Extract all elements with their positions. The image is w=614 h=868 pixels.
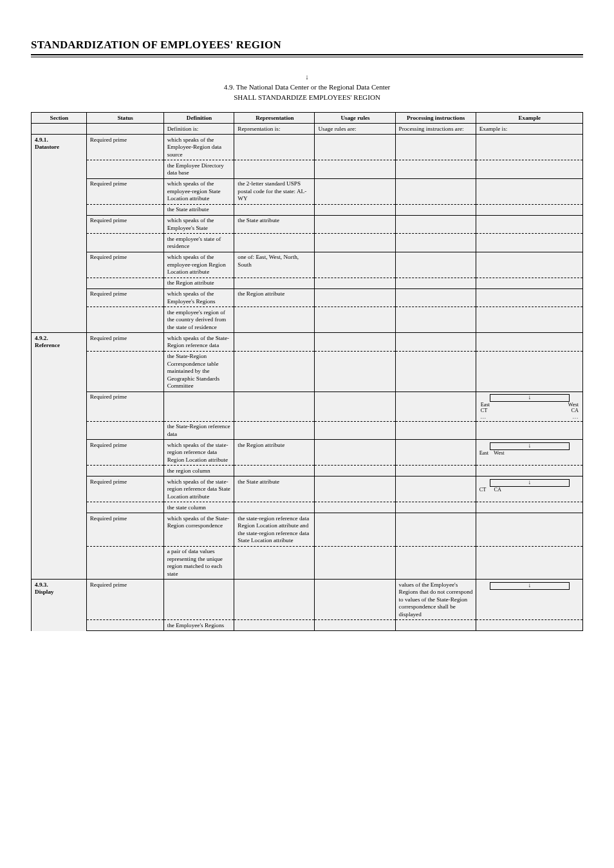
def-label-cell: which speaks of the State-Region corresp… <box>163 513 234 547</box>
section-cell: 4.9.3.Display <box>32 580 87 631</box>
col-sub-c3: Definition is: <box>163 124 234 135</box>
status-cell: Required prime <box>86 215 163 234</box>
col-header-c3: Definition <box>163 113 234 124</box>
def-cell: the employee's region of the country der… <box>163 307 234 333</box>
status-cell: Required prime <box>86 135 163 160</box>
col-header-c5: Usage rules <box>315 113 395 124</box>
arrow-down-icon: ↓ <box>490 442 570 450</box>
status-cell: Required prime <box>86 440 163 466</box>
def-label-cell: which speaks of the Employee's State <box>163 215 234 234</box>
example-cell <box>476 288 582 307</box>
section-cell: 4.9.1.Datastore <box>32 135 87 333</box>
status-cell: Required prime <box>86 476 163 502</box>
col-header-c6: Processing instructions <box>395 113 476 124</box>
status-cell: Required prime <box>86 252 163 278</box>
def-cell: the region column <box>163 466 234 476</box>
divider-thick <box>31 54 583 55</box>
example-cell: ↓ <box>476 580 582 620</box>
example-row: CT CA <box>479 487 580 493</box>
status-cell: Required prime <box>86 178 163 204</box>
status-cell: Required prime <box>86 580 163 620</box>
def-label-cell: which speaks of the Employee-Region data… <box>163 135 234 160</box>
def-cell: the Employee's Regions <box>163 620 234 631</box>
arrow-down-icon: ↓ <box>305 73 309 80</box>
def-cell: the employee's state of residence <box>163 234 234 252</box>
arrow-down-icon: ↓ <box>490 479 570 487</box>
def-label-cell: which speaks of the State-Region referen… <box>163 333 234 352</box>
def-label-cell: which speaks of the state-region referen… <box>163 440 234 466</box>
def-cell: a pair of data values representing the u… <box>163 546 234 580</box>
col-sub-c7: Example is: <box>476 124 582 135</box>
def-cell: the Region attribute <box>163 278 234 288</box>
col-header-c4: Representation <box>234 113 315 124</box>
col-header-c1: Section <box>32 113 87 124</box>
def-cell: the Employee Directory data base <box>163 160 234 179</box>
col-header-c7: Example <box>476 113 582 124</box>
status-cell: Required prime <box>86 333 163 352</box>
example-row: East West <box>479 450 580 456</box>
table-title-line2: 4.9. The National Data Center or the Reg… <box>31 82 583 93</box>
def-label-cell: which speaks of the state-region referen… <box>163 476 234 502</box>
table-title-line3: SHALL STANDARDIZE EMPLOYEES' REGION <box>31 93 583 103</box>
example-cell: ↓ EastWest CTCA ...... <box>476 392 582 421</box>
def-cell: the state column <box>163 502 234 513</box>
col-sub-c5: Usage rules are: <box>315 124 395 135</box>
def-cell: the State-Region Correspondence table ma… <box>163 351 234 392</box>
def-label-cell: which speaks of the employee-region Regi… <box>163 252 234 278</box>
example-cell <box>476 215 582 234</box>
col-sub-c4: Representation is: <box>234 124 315 135</box>
def-label-cell <box>163 392 234 421</box>
example-cell <box>476 513 582 547</box>
example-cell: ↓East West <box>476 440 582 466</box>
def-label-cell: which speaks of the Employee's Regions <box>163 288 234 307</box>
def-label-cell: which speaks of the employee-region Stat… <box>163 178 234 204</box>
standards-table: SectionStatusDefinitionRepresentationUsa… <box>31 112 583 631</box>
example-cell <box>476 178 582 204</box>
arrow-down-icon: ↓ <box>490 582 570 590</box>
col-header-c2: Status <box>86 113 163 124</box>
example-cell <box>476 333 582 352</box>
section-cell: 4.9.2.Reference <box>32 333 87 580</box>
status-cell: Required prime <box>86 392 163 421</box>
status-cell: Required prime <box>86 288 163 307</box>
def-label-cell <box>163 580 234 620</box>
arrow-down-icon: ↓ <box>490 394 570 402</box>
example-cell <box>476 135 582 160</box>
def-cell: the State-Region reference data <box>163 421 234 440</box>
example-cell <box>476 252 582 278</box>
page-title: STANDARDIZATION OF EMPLOYEES' REGION <box>31 39 583 52</box>
example-table: EastWest CTCA ...... <box>479 402 580 419</box>
table-title: ↓ 4.9. The National Data Center or the R… <box>31 71 583 103</box>
example-cell: ↓CT CA <box>476 476 582 502</box>
def-cell: the State attribute <box>163 204 234 215</box>
status-cell: Required prime <box>86 513 163 547</box>
col-sub-c6: Processing instructions are: <box>395 124 476 135</box>
divider-thin <box>31 57 583 57</box>
